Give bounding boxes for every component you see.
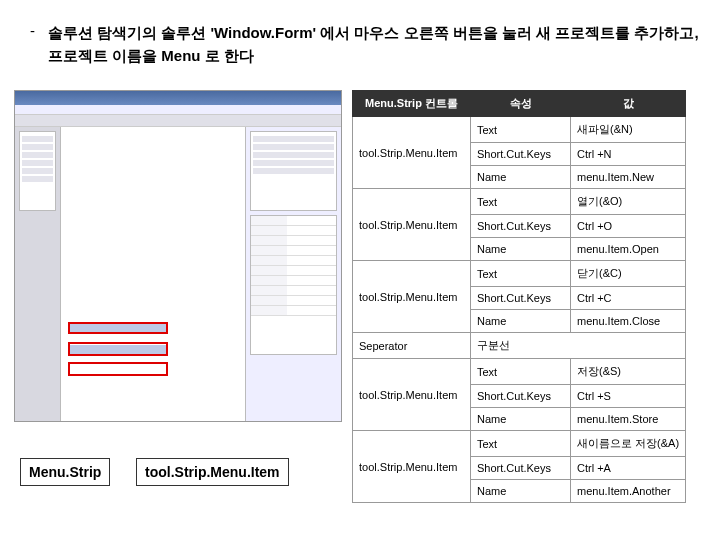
cell-property: Text [471, 117, 571, 143]
cell-property: Text [471, 431, 571, 457]
ide-screenshot [14, 90, 342, 422]
cell-value: menu.Item.Store [571, 408, 686, 431]
cell-value: Ctrl +C [571, 287, 686, 310]
th-control: Menu.Strip 컨트롤 [353, 91, 471, 117]
cell-value: 닫기(&C) [571, 261, 686, 287]
instruction-text: 솔루션 탐색기의 솔루션 'Window.Form' 에서 마우스 오른쪽 버튼… [48, 22, 700, 67]
cell-property: Short.Cut.Keys [471, 457, 571, 480]
ss-solution-panel [245, 127, 341, 421]
cell-control: tool.Strip.Menu.Item [353, 117, 471, 189]
cell-value: menu.Item.Close [571, 310, 686, 333]
cell-property: Text [471, 359, 571, 385]
cell-value: Ctrl +O [571, 215, 686, 238]
property-table: Menu.Strip 컨트롤 속성 값 tool.Strip.Menu.Item… [352, 90, 686, 503]
cell-property: Name [471, 238, 571, 261]
table-row: tool.Strip.Menu.Item Text 새파일(&N) [353, 117, 686, 143]
table-row: tool.Strip.Menu.Item Text 새이름으로 저장(&A) [353, 431, 686, 457]
red-callout-box [68, 322, 168, 334]
cell-value: menu.Item.Another [571, 480, 686, 503]
table-row: tool.Strip.Menu.Item Text 저장(&S) [353, 359, 686, 385]
cell-property: Short.Cut.Keys [471, 143, 571, 166]
cell-value: 저장(&S) [571, 359, 686, 385]
table-row: Seperator 구분선 [353, 333, 686, 359]
cell-value: 새파일(&N) [571, 117, 686, 143]
cell-property: Name [471, 480, 571, 503]
ss-designer [61, 127, 245, 421]
cell-control: tool.Strip.Menu.Item [353, 189, 471, 261]
cell-value: Ctrl +N [571, 143, 686, 166]
table-row: tool.Strip.Menu.Item Text 열기(&O) [353, 189, 686, 215]
cell-property: Name [471, 310, 571, 333]
ss-titlebar [15, 91, 341, 105]
cell-value: 열기(&O) [571, 189, 686, 215]
label-menustrip: Menu.Strip [20, 458, 110, 486]
cell-value: menu.Item.Open [571, 238, 686, 261]
ss-menubar [15, 105, 341, 115]
cell-property: Short.Cut.Keys [471, 215, 571, 238]
ss-solution-explorer [250, 131, 337, 211]
cell-control: tool.Strip.Menu.Item [353, 431, 471, 503]
label-toolstripmenuitem: tool.Strip.Menu.Item [136, 458, 289, 486]
cell-control: tool.Strip.Menu.Item [353, 261, 471, 333]
cell-property: Name [471, 166, 571, 189]
cell-control: Seperator [353, 333, 471, 359]
ss-toolbox-panel [15, 127, 61, 421]
cell-property: Short.Cut.Keys [471, 385, 571, 408]
ss-body [15, 127, 341, 421]
cell-value: Ctrl +A [571, 457, 686, 480]
red-callout-box [68, 342, 168, 356]
th-property: 속성 [471, 91, 571, 117]
bullet-dash: - [30, 22, 35, 39]
cell-value: 새이름으로 저장(&A) [571, 431, 686, 457]
cell-control: tool.Strip.Menu.Item [353, 359, 471, 431]
ss-properties-grid [250, 215, 337, 355]
cell-value: menu.Item.New [571, 166, 686, 189]
cell-property: Text [471, 189, 571, 215]
table-header-row: Menu.Strip 컨트롤 속성 값 [353, 91, 686, 117]
cell-value: Ctrl +S [571, 385, 686, 408]
red-callout-box [68, 362, 168, 376]
ss-toolbar [15, 115, 341, 127]
cell-property: Short.Cut.Keys [471, 287, 571, 310]
cell-property: Name [471, 408, 571, 431]
cell-property: Text [471, 261, 571, 287]
ss-toolbox [19, 131, 56, 211]
table-row: tool.Strip.Menu.Item Text 닫기(&C) [353, 261, 686, 287]
cell-property: 구분선 [471, 333, 686, 359]
th-value: 값 [571, 91, 686, 117]
